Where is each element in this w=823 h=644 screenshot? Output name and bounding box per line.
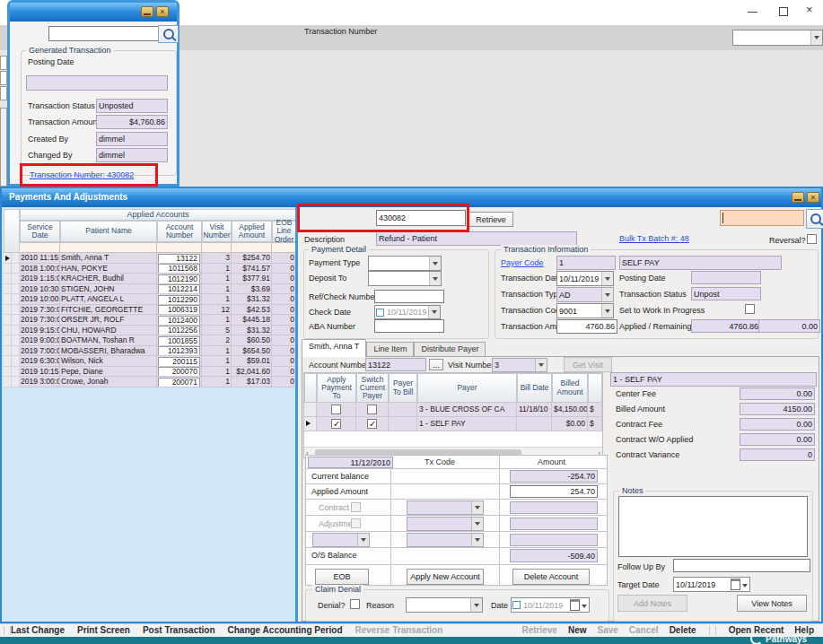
statusbar-new[interactable]: New bbox=[568, 625, 587, 635]
payer-row-selector-cell[interactable] bbox=[304, 403, 317, 417]
tab-distribute-payer[interactable]: Distribute Payer bbox=[414, 342, 486, 357]
transaction-type-select[interactable]: AD bbox=[556, 287, 614, 302]
payment-type-select[interactable] bbox=[368, 256, 442, 271]
payer-grid-row[interactable]: 3 - BLUE CROSS OF CA11/18/10$4,150.00$ bbox=[304, 403, 602, 417]
posting-date-field[interactable] bbox=[26, 75, 168, 91]
denial-date-picker[interactable]: 10/11/2019 bbox=[511, 597, 590, 613]
row-selector-cell[interactable] bbox=[4, 264, 12, 274]
applied-accounts-filter-cell[interactable] bbox=[20, 242, 60, 253]
row-selector-cell[interactable] bbox=[4, 326, 12, 336]
work-in-progress-checkbox[interactable] bbox=[745, 304, 755, 314]
statusbar-change-accounting-period[interactable]: Change Accounting Period bbox=[228, 625, 343, 635]
apply-new-account-button[interactable]: Apply New Account bbox=[407, 569, 484, 585]
applied-account-row[interactable]: 2019 9:15:0CHU, HOWARD10122565$31.320 bbox=[4, 326, 296, 336]
payer-grid-column-header[interactable]: ApplyPaymentTo bbox=[317, 373, 356, 403]
applied-account-row[interactable]: 2018 1:00:0HAN, POKYE10115681$741.570 bbox=[4, 264, 296, 274]
payer-grid-row[interactable]: 1 - SELF PAY$0.00$ bbox=[304, 417, 602, 431]
applied-account-row[interactable]: 2010 11:15:Smith, Anna T131223$254.700 bbox=[4, 253, 296, 264]
target-date-picker[interactable]: 10/11/2019 bbox=[673, 577, 750, 592]
adjustment-tx-code-select[interactable] bbox=[407, 517, 484, 531]
ref-check-number-input[interactable] bbox=[374, 290, 444, 303]
applied-accounts-filter-cell[interactable] bbox=[202, 242, 232, 253]
os-minimize-button[interactable] bbox=[748, 12, 757, 13]
panel-splitter[interactable] bbox=[295, 207, 298, 622]
applied-accounts-filter-row[interactable] bbox=[20, 242, 296, 253]
switch-current-payer-cell[interactable] bbox=[356, 403, 389, 417]
denial-checkbox[interactable] bbox=[350, 599, 360, 609]
apply-payment-to-cell[interactable] bbox=[317, 403, 356, 417]
statusbar-print-screen[interactable]: Print Screen bbox=[77, 625, 130, 635]
transaction-date-select[interactable]: 10/11/2019 bbox=[556, 271, 614, 286]
row-selector-cell[interactable] bbox=[4, 284, 12, 295]
payer-code-link[interactable]: Payer Code bbox=[501, 258, 544, 267]
account-browse-button[interactable]: ... bbox=[429, 359, 443, 370]
reversal-checkbox[interactable] bbox=[807, 234, 817, 244]
payer-grid-column-header[interactable] bbox=[304, 373, 317, 403]
payer-grid-column-header[interactable] bbox=[588, 373, 602, 403]
delete-account-button[interactable]: Delete Account bbox=[512, 569, 590, 585]
payer-grid-column-header[interactable]: Bill Date bbox=[517, 373, 552, 403]
check-date-checkbox[interactable] bbox=[376, 309, 384, 317]
bulk-tx-batch-link[interactable]: Bulk Tx Batch #: 48 bbox=[619, 234, 689, 243]
row-selector-cell[interactable] bbox=[4, 305, 12, 316]
quick-search-button[interactable] bbox=[806, 209, 823, 229]
applied-accounts-column-header[interactable]: AppliedAmount bbox=[232, 221, 272, 242]
row-selector-cell[interactable] bbox=[4, 335, 12, 346]
os-close-button[interactable]: × bbox=[806, 4, 817, 16]
row-selector-cell[interactable] bbox=[4, 356, 12, 367]
contract-checkbox[interactable] bbox=[351, 502, 361, 512]
applied-accounts-column-header[interactable]: Patient Name bbox=[60, 221, 157, 242]
applied-account-row[interactable]: 2019 7:30:0ORSER JR, ROLF10124001$445.18… bbox=[4, 315, 296, 326]
notes-textarea[interactable] bbox=[618, 496, 808, 557]
applied-accounts-column-header[interactable]: ServiceDate bbox=[20, 221, 60, 242]
view-notes-button[interactable]: View Notes bbox=[737, 595, 807, 612]
popup-minimize-button[interactable] bbox=[141, 6, 153, 17]
eob-button[interactable]: EOB bbox=[315, 569, 369, 585]
transaction-amount-input[interactable]: 4760.86 bbox=[556, 319, 617, 334]
transaction-number-link[interactable]: Transaction Number: 430082 bbox=[30, 170, 134, 179]
applied-account-row[interactable]: 2019 7:00:0MOBASSERI, Bharadwa10123931$6… bbox=[4, 346, 296, 357]
applied-account-row[interactable]: 2019 1:15:0KRACHER, Budhil10121901$377.9… bbox=[4, 274, 296, 284]
applied-accounts-column-header[interactable]: AccountNumber bbox=[157, 221, 202, 242]
transaction-code-select[interactable]: 9001 bbox=[556, 303, 614, 318]
applied-account-row[interactable]: 2019 10:30:STIGEN, JOHN10122141$3.690 bbox=[4, 284, 296, 295]
applied-accounts-column-header[interactable]: EOB LineOrder bbox=[272, 221, 296, 242]
visit-number-select[interactable]: 3 bbox=[492, 358, 547, 372]
row-selector-cell[interactable] bbox=[4, 346, 12, 357]
quick-search-input[interactable] bbox=[720, 210, 804, 226]
applied-account-row[interactable]: 2019 10:15:Pepe, Diane2000701$2,041.600 bbox=[4, 367, 296, 378]
background-combobox[interactable] bbox=[732, 30, 823, 46]
statusbar-delete[interactable]: Delete bbox=[670, 625, 696, 635]
apply-payment-checkbox[interactable] bbox=[331, 419, 341, 429]
popup-search-button[interactable] bbox=[158, 25, 179, 43]
payer-grid-column-header[interactable]: PayerTo Bill bbox=[389, 373, 417, 403]
popup-close-button[interactable]: × bbox=[156, 6, 169, 17]
statusbar-last-change[interactable]: Last Change bbox=[11, 625, 65, 635]
applied-accounts-filter-cell[interactable] bbox=[157, 242, 202, 253]
row-selector-cell[interactable] bbox=[4, 377, 12, 387]
payer-grid-column-header[interactable]: SwitchCurrentPayer bbox=[356, 373, 389, 403]
tab-smith-anna-t[interactable]: Smith, Anna T bbox=[302, 339, 366, 357]
applied-account-row[interactable]: 2019 10:00:PLATT, ANGELA L10122901$31.32… bbox=[4, 294, 296, 305]
applied-accounts-filter-cell[interactable] bbox=[272, 242, 296, 253]
payer-grid-column-header[interactable]: Payer bbox=[417, 373, 517, 403]
apply-payment-to-cell[interactable] bbox=[317, 417, 356, 431]
main-close-button[interactable]: × bbox=[807, 192, 819, 203]
switch-current-payer-checkbox[interactable] bbox=[367, 405, 377, 414]
get-visit-button[interactable]: Get Visit bbox=[564, 357, 612, 372]
row-selector-cell[interactable] bbox=[4, 315, 12, 326]
applied-account-row[interactable]: 2019 3:00:0Crowe, Jonah2000711$17.030 bbox=[4, 377, 296, 387]
row-selector-cell[interactable] bbox=[4, 294, 12, 305]
switch-current-payer-checkbox[interactable] bbox=[367, 419, 377, 429]
payer-grid-column-header[interactable]: BilledAmount bbox=[552, 373, 588, 403]
row-selector-cell[interactable] bbox=[4, 274, 12, 284]
aba-number-input[interactable] bbox=[374, 319, 444, 333]
applied-account-row[interactable]: 2019 6:30:0Wilson, Nick2001151$59.010 bbox=[4, 356, 296, 367]
extra-type-select[interactable] bbox=[312, 533, 370, 547]
retrieve-button[interactable]: Retrieve bbox=[468, 212, 513, 227]
statusbar-post-transaction[interactable]: Post Transaction bbox=[143, 625, 215, 635]
apply-payment-checkbox[interactable] bbox=[331, 405, 341, 414]
switch-current-payer-cell[interactable] bbox=[356, 417, 389, 431]
adjustment-checkbox[interactable] bbox=[351, 518, 361, 528]
applied-accounts-filter-cell[interactable] bbox=[60, 242, 157, 253]
